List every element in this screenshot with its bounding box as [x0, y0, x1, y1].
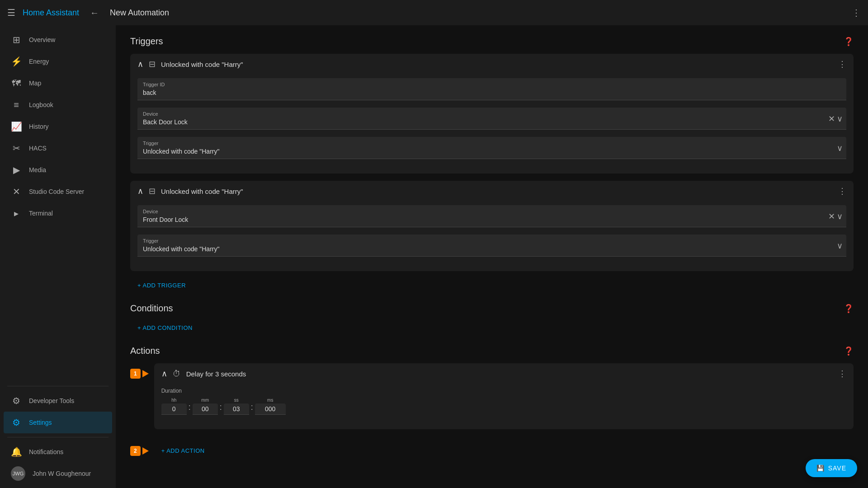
duration-label: Duration — [161, 388, 846, 394]
sidebar-label-studio-code: Studio Code Server — [29, 188, 84, 195]
sidebar-item-settings[interactable]: ⚙ Settings — [4, 412, 112, 433]
trigger-2-trigger-select[interactable]: Unlocked with code "Harry" — [137, 235, 846, 257]
trigger-2-more-icon[interactable]: ⋮ — [838, 186, 846, 196]
save-button[interactable]: 💾 SAVE — [806, 459, 857, 477]
trigger-id-input[interactable] — [137, 78, 846, 100]
history-icon: 📈 — [11, 121, 22, 132]
sidebar-item-media[interactable]: ▶ Media — [4, 159, 112, 181]
trigger-1-device-clear[interactable]: ✕ — [828, 114, 835, 124]
trigger-2-type-icon: ⊟ — [149, 186, 156, 196]
hacs-icon: ✂ — [11, 143, 22, 154]
sidebar-item-map[interactable]: 🗺 Map — [4, 72, 112, 94]
logbook-icon: ≡ — [11, 100, 22, 110]
duration-mm: mm — [193, 398, 218, 415]
add-trigger-button[interactable]: + ADD TRIGGER — [130, 278, 193, 292]
triggers-help-icon[interactable]: ❓ — [844, 37, 854, 47]
action-card-1: ∧ ⏱ Delay for 3 seconds ⋮ Duration hh : — [154, 363, 854, 429]
sidebar-label-developer-tools: Developer Tools — [29, 397, 74, 404]
trigger-2-trigger-dropdown[interactable]: ∨ — [837, 241, 843, 251]
sidebar-label-hacs: HACS — [29, 145, 47, 152]
sidebar-item-developer-tools[interactable]: ⚙ Developer Tools — [4, 390, 112, 412]
sidebar-label-map: Map — [29, 80, 41, 87]
notifications-icon: 🔔 — [11, 446, 22, 457]
overview-icon: ⊞ — [11, 34, 22, 45]
add-action-button[interactable]: + ADD ACTION — [154, 444, 212, 458]
trigger-2-device-select[interactable]: Front Door Lock — [137, 205, 846, 227]
conditions-help-icon[interactable]: ❓ — [844, 304, 854, 314]
triggers-header: Triggers ❓ — [130, 36, 854, 47]
triggers-title: Triggers — [130, 36, 163, 47]
page-title: New Automation — [110, 8, 169, 18]
trigger-1-device-select[interactable]: Back Door Lock — [137, 108, 846, 130]
duration-mm-input[interactable] — [193, 404, 218, 415]
add-condition-button[interactable]: + ADD CONDITION — [130, 321, 200, 335]
sidebar: ⊞ Overview ⚡ Energy 🗺 Map ≡ Logbook 📈 Hi… — [0, 25, 116, 488]
sidebar-item-history[interactable]: 📈 History — [4, 116, 112, 137]
trigger-1-trigger-dropdown[interactable]: ∨ — [837, 143, 843, 153]
sidebar-item-terminal[interactable]: ▸ Terminal — [4, 202, 112, 224]
terminal-icon: ▸ — [11, 208, 22, 219]
actions-help-icon[interactable]: ❓ — [844, 346, 854, 356]
trigger-card-2: ∧ ⊟ Unlocked with code "Harry" ⋮ Device … — [130, 181, 854, 271]
trigger-1-body: Trigger ID Device Back Door Lock ✕ ∨ — [130, 75, 854, 174]
sidebar-item-studio-code[interactable]: ✕ Studio Code Server — [4, 181, 112, 202]
sidebar-item-overview[interactable]: ⊞ Overview — [4, 29, 112, 51]
media-icon: ▶ — [11, 164, 22, 175]
annotation-2-arrow — [142, 447, 149, 455]
conditions-title: Conditions — [130, 303, 173, 314]
main-content: Triggers ❓ ∧ ⊟ Unlocked with code "Harry… — [116, 25, 868, 488]
action-1-type-icon: ⏱ — [173, 369, 181, 379]
trigger-1-header[interactable]: ∧ ⊟ Unlocked with code "Harry" ⋮ — [130, 54, 854, 75]
sidebar-label-terminal: Terminal — [29, 210, 53, 217]
sidebar-divider-2 — [7, 437, 108, 437]
trigger-2-collapse-icon[interactable]: ∧ — [137, 186, 143, 196]
sidebar-label-settings: Settings — [29, 419, 52, 426]
developer-tools-icon: ⚙ — [11, 395, 22, 406]
trigger-2-device-dropdown[interactable]: ∨ — [837, 211, 843, 221]
back-button[interactable]: ← — [90, 8, 99, 18]
menu-icon[interactable]: ☰ — [7, 7, 15, 18]
sidebar-label-user: John W Goughenour — [33, 470, 91, 477]
trigger-1-more-icon[interactable]: ⋮ — [838, 59, 846, 69]
trigger-1-trigger-actions: ∨ — [837, 143, 843, 153]
duration-hh: hh — [161, 398, 187, 415]
sidebar-item-hacs[interactable]: ✂ HACS — [4, 137, 112, 159]
duration-ss-input[interactable] — [224, 404, 249, 415]
action-1-collapse-icon[interactable]: ∧ — [161, 369, 167, 379]
sidebar-label-overview: Overview — [29, 36, 55, 43]
sidebar-label-media: Media — [29, 166, 46, 174]
action-1-body: Duration hh : mm : — [154, 384, 854, 429]
trigger-2-body: Device Front Door Lock ✕ ∨ Trigger — [130, 202, 854, 271]
sidebar-item-energy[interactable]: ⚡ Energy — [4, 51, 112, 72]
action-1-more-icon[interactable]: ⋮ — [838, 369, 846, 379]
trigger-1-device-label: Device — [143, 111, 158, 117]
trigger-2-header[interactable]: ∧ ⊟ Unlocked with code "Harry" ⋮ — [130, 181, 854, 202]
trigger-2-device-clear[interactable]: ✕ — [828, 211, 835, 221]
action-1-header[interactable]: ∧ ⏱ Delay for 3 seconds ⋮ — [154, 363, 854, 384]
sidebar-label-history: History — [29, 123, 49, 130]
save-icon: 💾 — [816, 465, 825, 472]
duration-ms: ms — [255, 398, 286, 415]
trigger-1-trigger-field: Trigger Unlocked with code "Harry" ∨ — [137, 137, 846, 159]
app-title: Home Assistant — [23, 8, 79, 18]
duration-sep-1: : — [189, 403, 191, 415]
topbar: ☰ Home Assistant ← New Automation ⋮ — [0, 0, 868, 25]
annotation-1-label: 1 — [130, 369, 141, 379]
sidebar-item-user[interactable]: JWG John W Goughenour — [4, 463, 112, 484]
trigger-card-1: ∧ ⊟ Unlocked with code "Harry" ⋮ Trigger… — [130, 54, 854, 174]
sidebar-label-notifications: Notifications — [29, 448, 63, 455]
trigger-1-collapse-icon[interactable]: ∧ — [137, 59, 143, 69]
trigger-1-title: Unlocked with code "Harry" — [161, 61, 833, 68]
actions-title: Actions — [130, 346, 160, 356]
trigger-id-label: Trigger ID — [143, 82, 165, 87]
trigger-1-trigger-label: Trigger — [143, 141, 158, 146]
trigger-1-device-dropdown[interactable]: ∨ — [837, 114, 843, 124]
duration-ms-input[interactable] — [255, 404, 286, 415]
trigger-1-device-field: Device Back Door Lock ✕ ∨ — [137, 108, 846, 130]
more-icon[interactable]: ⋮ — [852, 7, 861, 18]
annotation-2-label: 2 — [130, 446, 141, 456]
sidebar-item-logbook[interactable]: ≡ Logbook — [4, 94, 112, 116]
sidebar-item-notifications[interactable]: 🔔 Notifications — [4, 441, 112, 463]
duration-hh-input[interactable] — [161, 404, 187, 415]
trigger-1-trigger-select[interactable]: Unlocked with code "Harry" — [137, 137, 846, 159]
